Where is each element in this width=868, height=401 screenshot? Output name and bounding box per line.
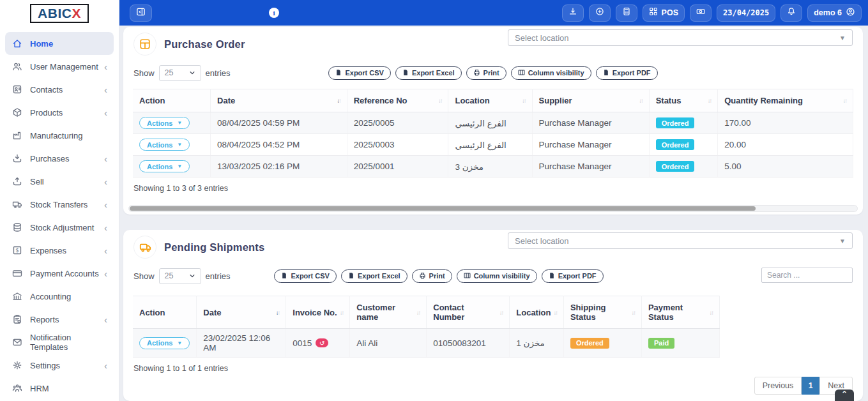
sort-icon: ↓↑ <box>499 309 503 316</box>
table-columns-icon <box>464 272 471 280</box>
database-icon <box>11 222 22 233</box>
current-date: 23/04/2025 <box>723 8 769 17</box>
calculator-icon <box>622 7 631 19</box>
sidebar-item-stock-adjustment[interactable]: Stock Adjustment ‹ <box>5 216 114 239</box>
shipping-status-badge: Ordered <box>570 338 609 349</box>
pos-button[interactable]: POS <box>643 4 685 22</box>
sort-icon: ↓↑ <box>337 97 340 104</box>
bank-icon <box>11 291 22 302</box>
chevron-left-icon: ‹ <box>104 361 107 370</box>
col-contact-number[interactable]: Contact Number↓↑ <box>427 296 510 329</box>
scrollbar-thumb[interactable] <box>130 206 756 211</box>
calculator-button[interactable] <box>616 4 637 22</box>
sidebar-item-sell[interactable]: Sell ‹ <box>5 170 114 193</box>
notifications-button[interactable] <box>780 4 802 22</box>
column-visibility-button[interactable]: Column visibility <box>511 66 591 80</box>
previous-page-button[interactable]: Previous <box>754 377 802 395</box>
print-button[interactable]: Print <box>412 269 452 283</box>
col-action[interactable]: Action <box>133 89 211 112</box>
table-row: Actions▼ 23/02/2025 12:06 AM 0015↺ Ali A… <box>133 329 719 358</box>
pos-label: POS <box>662 8 678 17</box>
location-select[interactable]: Select location ▼ <box>508 232 853 249</box>
box-icon <box>11 107 22 118</box>
print-button[interactable]: Print <box>466 66 506 80</box>
sidebar-item-payment-accounts[interactable]: Payment Accounts ‹ <box>5 262 114 285</box>
export-pdf-button[interactable]: Export PDF <box>542 269 604 283</box>
caret-down-icon: ▼ <box>177 120 182 126</box>
table-header-row: Action Date↓↑ Reference No↓↑ Location↓↑ … <box>133 89 853 112</box>
actions-button[interactable]: Actions▼ <box>139 337 190 349</box>
svg-text:$: $ <box>15 247 19 253</box>
plus-circle-icon <box>595 7 604 19</box>
logo[interactable]: ABICX <box>0 0 119 27</box>
sidebar-toggle-button[interactable] <box>130 4 152 22</box>
chevron-left-icon: ‹ <box>104 154 107 163</box>
location-select[interactable]: Select location ▼ <box>508 29 853 46</box>
sidebar-item-stock-transfers[interactable]: Stock Transfers ‹ <box>5 193 114 216</box>
col-date[interactable]: Date↓↑ <box>211 89 347 112</box>
cash-icon <box>696 7 705 19</box>
sort-icon: ↓↑ <box>522 97 526 104</box>
sort-icon: ↓↑ <box>340 309 344 316</box>
sidebar-item-hrm[interactable]: HRM <box>5 377 114 400</box>
scroll-to-top-button[interactable]: ⌃ <box>835 390 854 401</box>
table-row: Actions▼ 08/04/2025 04:52 PM 2025/0003 ا… <box>133 134 853 156</box>
return-icon[interactable]: ↺ <box>316 338 328 347</box>
add-button[interactable] <box>589 4 611 22</box>
page-number-button[interactable]: 1 <box>802 377 819 395</box>
col-payment-status[interactable]: Payment Status↓↑ <box>641 296 719 329</box>
column-visibility-button[interactable]: Column visibility <box>457 269 537 283</box>
sidebar-nav: Home User Management ‹ Contacts ‹ Produc… <box>0 27 119 400</box>
col-reference-no[interactable]: Reference No↓↑ <box>347 89 448 112</box>
logo-accent: X <box>72 6 81 20</box>
col-customer-name[interactable]: Customer name↓↑ <box>350 296 427 329</box>
sidebar-item-settings[interactable]: Settings ‹ <box>5 354 114 377</box>
sidebar-item-purchases[interactable]: Purchases ‹ <box>5 147 114 170</box>
export-excel-button[interactable]: Export Excel <box>341 269 407 283</box>
download-button[interactable] <box>562 4 584 22</box>
sidebar-item-reports[interactable]: Reports ‹ <box>5 308 114 331</box>
col-shipping-status[interactable]: Shipping Status↓↑ <box>563 296 641 329</box>
sidebar-item-manufacturing[interactable]: Manufacturing <box>5 124 114 147</box>
sidebar-item-contacts[interactable]: Contacts ‹ <box>5 78 114 101</box>
cash-register-button[interactable] <box>690 4 712 22</box>
entries-summary: Showing 1 to 3 of 3 entries <box>133 184 853 193</box>
actions-button[interactable]: Actions▼ <box>139 139 190 151</box>
chevron-left-icon: ‹ <box>104 108 107 117</box>
export-pdf-button[interactable]: Export PDF <box>596 66 658 80</box>
sidebar-item-accounting[interactable]: Accounting <box>5 285 114 308</box>
col-location[interactable]: Location↓↑ <box>448 89 532 112</box>
sidebar-item-home[interactable]: Home <box>5 32 114 55</box>
export-excel-button[interactable]: Export Excel <box>395 66 462 80</box>
purchase-order-icon <box>133 33 156 56</box>
sidebar-item-notification-templates[interactable]: Notification Templates <box>5 331 114 354</box>
user-menu-button[interactable]: demo 6 <box>807 4 862 22</box>
col-location[interactable]: Location↓↑ <box>510 296 564 329</box>
sidebar-item-user-management[interactable]: User Management ‹ <box>5 55 114 78</box>
sidebar-item-expenses[interactable]: $ Expenses ‹ <box>5 239 114 262</box>
truck-icon <box>11 199 22 210</box>
export-csv-button[interactable]: Export CSV <box>328 66 391 80</box>
actions-button[interactable]: Actions▼ <box>139 160 190 172</box>
actions-button[interactable]: Actions▼ <box>139 117 190 129</box>
col-quantity-remaining[interactable]: Quantity Remaining↓↑ <box>718 89 853 112</box>
caret-down-icon: ▼ <box>177 340 182 346</box>
info-icon[interactable]: i <box>269 8 279 18</box>
col-supplier[interactable]: Supplier↓↑ <box>532 89 649 112</box>
sidebar-item-products[interactable]: Products ‹ <box>5 101 114 124</box>
col-date[interactable]: Date↓↑ <box>197 296 286 329</box>
envelope-icon <box>11 337 22 348</box>
col-status[interactable]: Status↓↑ <box>649 89 718 112</box>
search-input[interactable] <box>761 268 853 283</box>
caret-down-icon: ▼ <box>177 142 182 148</box>
arrow-up-tray-icon <box>11 176 22 187</box>
shipments-truck-icon <box>133 236 156 259</box>
date-button[interactable]: 23/04/2025 <box>717 4 775 22</box>
col-action[interactable]: Action <box>133 296 197 329</box>
status-badge: Ordered <box>656 161 695 172</box>
col-invoice-no[interactable]: Invoice No.↓↑ <box>286 296 350 329</box>
export-buttons: Export CSV Export Excel Print Column vis… <box>123 269 754 283</box>
export-csv-button[interactable]: Export CSV <box>274 269 337 283</box>
chevron-left-icon: ‹ <box>104 315 107 324</box>
chevron-left-icon: ‹ <box>104 200 107 209</box>
